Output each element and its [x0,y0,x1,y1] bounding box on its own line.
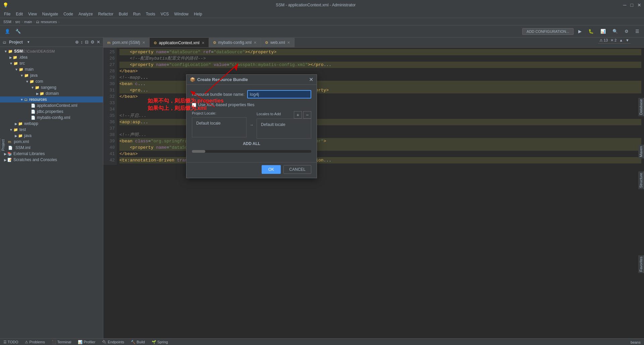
dialog-body: Resource bundle base name: Use XML-based… [186,85,317,162]
ok-button[interactable]: OK [262,165,281,174]
dialog-footer: OK CANCEL [186,162,317,178]
locales-to-add-col: Locales to Add + − Default locale [257,111,311,139]
project-locale-box: Default locale [192,117,247,137]
project-locale-col: Project Locale: Default locale [192,111,247,139]
locales-to-add-title: Locales to Add [257,112,281,116]
dialog-title-text: Create Resource Bundle [197,77,248,82]
locales-to-add-box: Default locale [257,119,311,139]
base-name-label: Resource bundle base name: [192,92,245,97]
xml-checkbox-label: Use XML-based properties files [198,102,254,107]
add-locale-button[interactable]: + [294,111,302,119]
dialog-title-bar: 📦 Create Resource Bundle ✕ [186,75,317,85]
dialog-overlay: 📦 Create Resource Bundle ✕ Resource bund… [0,0,644,345]
xml-checkbox[interactable] [192,103,196,107]
cancel-button[interactable]: CANCEL [283,165,311,174]
base-name-row: Resource bundle base name: [192,90,311,98]
project-locale-default: Default locale [195,120,244,126]
svg-marker-3 [234,64,238,71]
locale-to-add-default: Default locale [260,122,308,128]
create-resource-bundle-dialog: 📦 Create Resource Bundle ✕ Resource bund… [186,74,317,178]
base-name-input[interactable] [247,90,311,98]
dialog-scrollbar[interactable] [192,150,311,153]
project-locale-title: Project Locale: [192,111,247,115]
locale-section: Project Locale: Default locale → Locales… [192,111,311,139]
xml-checkbox-row: Use XML-based properties files [192,102,311,107]
add-all-button[interactable]: ADD ALL [243,141,260,146]
dialog-scrollbar-thumb [192,150,205,153]
dialog-close-button[interactable]: ✕ [309,76,313,83]
add-all-section: ADD ALL [192,141,311,146]
locales-to-add-header: Locales to Add + − [257,111,311,119]
locale-arrow: → [247,111,257,139]
locale-action-buttons: + − [294,111,311,119]
dialog-icon: 📦 [190,77,195,82]
remove-locale-button[interactable]: − [303,111,311,119]
